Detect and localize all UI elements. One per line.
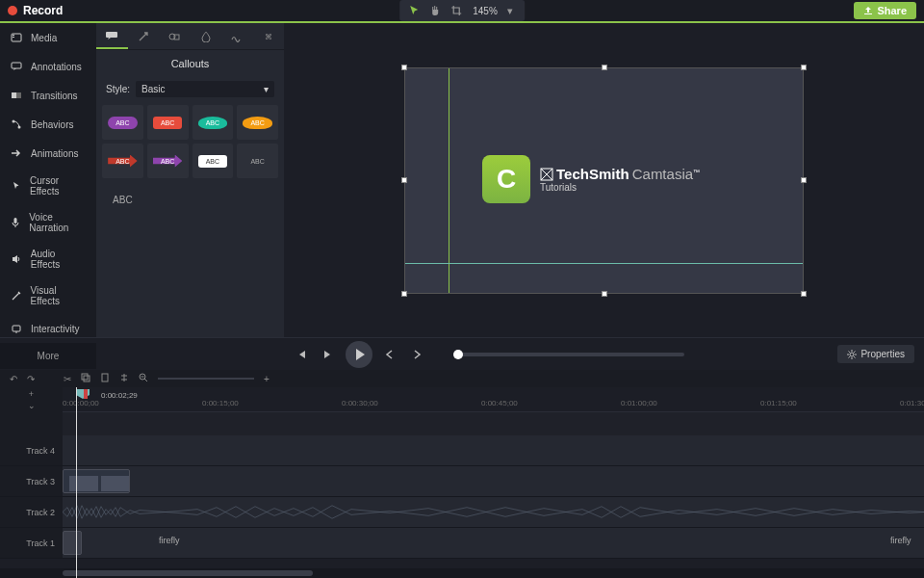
track-content[interactable] — [63, 497, 924, 527]
callout-cloud-orange[interactable]: ABC — [237, 105, 278, 140]
canvas[interactable]: C TechSmith Camtasia™ Tutorials — [404, 67, 804, 294]
redo-button[interactable]: ↷ — [27, 374, 35, 384]
track-content[interactable]: firefly firefly — [63, 528, 924, 558]
audio-waveform[interactable] — [63, 500, 924, 524]
svg-rect-17 — [84, 376, 90, 381]
svg-rect-4 — [12, 92, 16, 98]
annotations-panel: ⌘ Callouts Style: Basic ▾ ABC ABC ABC AB… — [96, 23, 284, 337]
sidebar-item-behaviors[interactable]: Behaviors — [0, 110, 96, 139]
sidebar-item-annotations[interactable]: Annotations — [0, 52, 96, 81]
split-button[interactable] — [119, 373, 129, 384]
playhead-line[interactable] — [76, 387, 77, 578]
timeline-ruler[interactable]: 0:00:02;29 0:00:00;00 0:00:15;00 0:00:30… — [63, 387, 924, 412]
next-frame-button[interactable] — [319, 345, 338, 364]
tools-sidebar: Media Annotations Transitions Behaviors … — [0, 23, 96, 337]
scrubber[interactable] — [453, 353, 684, 356]
tab-shapes[interactable] — [159, 23, 191, 49]
playhead-marker-end[interactable] — [84, 389, 88, 399]
tab-blur[interactable] — [191, 23, 222, 49]
audio-clip[interactable] — [63, 531, 82, 555]
video-clip[interactable] — [63, 469, 130, 493]
track-label[interactable]: Track 3 — [0, 466, 63, 496]
sidebar-item-voice-narration[interactable]: Voice Narration — [0, 204, 96, 241]
crop-tool-icon[interactable] — [448, 2, 465, 19]
svg-text:⌘: ⌘ — [265, 33, 272, 41]
resize-handle[interactable] — [401, 65, 407, 70]
prev-frame-button[interactable] — [292, 345, 311, 364]
track-label[interactable]: Track 4 — [0, 435, 63, 465]
cut-button[interactable]: ✂ — [64, 374, 71, 384]
tab-sketch[interactable] — [221, 23, 253, 49]
sidebar-item-visual-effects[interactable]: Visual Effects — [0, 277, 96, 314]
panel-title: Callouts — [96, 50, 284, 77]
canvas-content[interactable]: C TechSmith Camtasia™ Tutorials — [482, 155, 700, 203]
paste-button[interactable] — [100, 373, 110, 384]
style-dropdown[interactable]: Basic ▾ — [136, 81, 274, 97]
callout-speech-red[interactable]: ABC — [147, 105, 189, 140]
collapse-button[interactable]: ⌄ — [28, 401, 36, 410]
resize-handle[interactable] — [801, 291, 807, 297]
timeline-header: + ⌄ 0:00:02;29 0:00:00;00 0:00:15;00 0:0… — [0, 387, 924, 412]
callout-rect-white[interactable]: ABC — [192, 144, 234, 178]
tab-callouts[interactable] — [96, 23, 128, 49]
select-tool-icon[interactable] — [405, 2, 423, 19]
sidebar-item-label: Cursor Effects — [30, 175, 87, 197]
callout-arrow-purple[interactable]: ABC — [147, 144, 189, 178]
canvas-area[interactable]: C TechSmith Camtasia™ Tutorials — [284, 23, 924, 337]
copy-button[interactable] — [81, 373, 90, 384]
tab-keystroke[interactable]: ⌘ — [253, 23, 285, 49]
track-label[interactable]: Track 1 — [0, 528, 63, 558]
add-track-button[interactable]: + — [29, 389, 34, 399]
sidebar-item-label: Behaviors — [31, 119, 73, 130]
tab-arrows[interactable] — [128, 23, 160, 49]
callout-rounded-purple[interactable]: ABC — [102, 105, 143, 140]
sidebar-item-animations[interactable]: Animations — [0, 139, 96, 168]
record-label: Record — [23, 4, 63, 17]
track-content[interactable] — [63, 466, 924, 496]
track-content[interactable] — [63, 435, 924, 465]
callout-arrow-red[interactable]: ABC — [102, 144, 143, 178]
sidebar-item-media[interactable]: Media — [0, 23, 96, 52]
undo-button[interactable]: ↶ — [10, 374, 17, 384]
timeline-scrollbar[interactable] — [0, 568, 924, 578]
sidebar-item-cursor-effects[interactable]: Cursor Effects — [0, 168, 96, 204]
track-label[interactable]: Track 2 — [0, 497, 63, 527]
zoom-level[interactable]: 145% — [473, 6, 498, 16]
resize-handle[interactable] — [801, 65, 807, 70]
mic-icon — [10, 216, 21, 229]
callout-cloud-teal[interactable]: ABC — [192, 105, 234, 140]
scrollbar-thumb[interactable] — [63, 570, 313, 576]
sidebar-item-transitions[interactable]: Transitions — [0, 81, 96, 110]
properties-label: Properties — [860, 349, 905, 359]
callout-text-plain[interactable]: ABC — [237, 144, 278, 178]
guide-horizontal — [405, 263, 803, 264]
media-icon — [10, 31, 23, 44]
svg-point-15 — [850, 353, 854, 356]
chevron-down-icon[interactable]: ▾ — [501, 2, 519, 19]
svg-rect-2 — [13, 37, 14, 38]
resize-handle[interactable] — [401, 291, 407, 297]
callout-text-plain-2[interactable]: ABC — [102, 182, 143, 217]
scrubber-handle[interactable] — [453, 350, 463, 359]
zoom-slider[interactable] — [158, 378, 254, 380]
resize-handle[interactable] — [602, 291, 607, 297]
pan-tool-icon[interactable] — [426, 2, 444, 19]
play-button[interactable] — [346, 341, 372, 368]
sidebar-item-audio-effects[interactable]: Audio Effects — [0, 241, 96, 277]
prev-marker-button[interactable] — [380, 345, 399, 364]
svg-rect-21 — [101, 476, 130, 491]
sidebar-more[interactable]: More — [0, 343, 96, 369]
share-button[interactable]: Share — [854, 2, 916, 19]
style-selector: Style: Basic ▾ — [96, 77, 284, 105]
resize-handle[interactable] — [801, 177, 807, 183]
properties-button[interactable]: Properties — [837, 345, 914, 363]
sidebar-item-interactivity[interactable]: Interactivity — [0, 314, 96, 343]
logo-icon: C — [482, 155, 530, 203]
resize-handle[interactable] — [602, 65, 607, 70]
zoom-in-button[interactable]: + — [264, 374, 270, 384]
record-button[interactable]: Record — [8, 4, 63, 17]
zoom-out-button[interactable] — [139, 373, 148, 384]
next-marker-button[interactable] — [407, 345, 426, 364]
resize-handle[interactable] — [401, 177, 407, 183]
sidebar-item-label: Animations — [31, 148, 78, 159]
